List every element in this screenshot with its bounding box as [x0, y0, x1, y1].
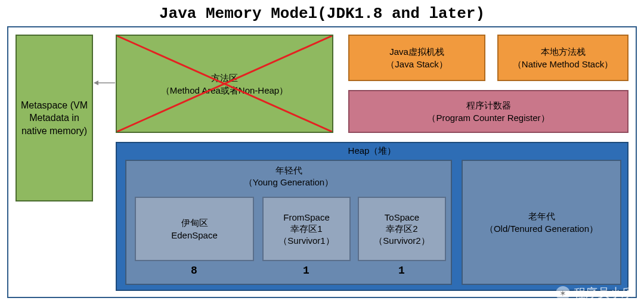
survivor1-box: FromSpace 幸存区1 （Survivor1） — [262, 197, 351, 261]
method-area-line1: 方法区 — [211, 72, 238, 84]
survivor2-box: ToSpace 幸存区2 （Survivor2） — [358, 197, 446, 261]
old-generation-box: 老年代 （Old/Tenured Generation） — [462, 160, 621, 285]
ratio-s2: 1 — [398, 265, 405, 277]
eden-line2: EdenSpace — [171, 229, 218, 241]
eden-line1: 伊甸区 — [181, 216, 208, 229]
survivor1-line3: （Survivor1） — [278, 235, 334, 247]
pc-register-line1: 程序计数器 — [466, 99, 511, 111]
diagram-title: Java Memory Model(JDK1.8 and later) — [0, 0, 644, 26]
survivor2-line1: ToSpace — [385, 212, 419, 224]
native-stack-box: 本地方法栈 （Native Method Stack） — [497, 35, 628, 81]
java-stack-line1: Java虚拟机栈 — [389, 45, 444, 58]
old-gen-line2: （Old/Tenured Generation） — [485, 222, 598, 235]
arrow-method-to-metaspace — [94, 82, 115, 83]
young-gen-line1: 年轻代 — [126, 165, 451, 176]
metaspace-box: Metaspace (VM Metadata in native memory) — [16, 35, 93, 201]
eden-box: 伊甸区 EdenSpace — [135, 197, 254, 261]
wechat-icon: ✶ — [556, 286, 570, 300]
survivor2-line2: 幸存区2 — [386, 223, 417, 235]
young-generation-box: 年轻代 （Young Generation） 伊甸区 EdenSpace Fro… — [125, 160, 452, 285]
java-stack-box: Java虚拟机栈 （Java Stack） — [348, 35, 485, 81]
svg-marker-1 — [94, 80, 98, 85]
young-gen-title: 年轻代 （Young Generation） — [126, 161, 451, 189]
native-stack-line2: （Native Method Stack） — [513, 58, 613, 70]
ratio-eden: 8 — [191, 265, 197, 277]
survivor2-line3: （Survivor2） — [374, 235, 429, 247]
diagram-container: Metaspace (VM Metadata in native memory)… — [7, 26, 637, 298]
ratio-s1: 1 — [303, 265, 309, 277]
old-gen-line1: 老年代 — [528, 210, 555, 222]
watermark-text: 程序员小乐 — [574, 285, 633, 301]
pc-register-box: 程序计数器 （Program Counter Register） — [348, 90, 628, 133]
native-stack-line1: 本地方法栈 — [541, 45, 586, 58]
heap-box: Heap（堆） 年轻代 （Young Generation） 伊甸区 EdenS… — [116, 142, 628, 291]
young-gen-line2: （Young Generation） — [126, 176, 451, 188]
method-area-box: 方法区 （Method Area或者Non-Heap） — [116, 35, 333, 133]
method-area-line2: （Method Area或者Non-Heap） — [161, 84, 288, 97]
metaspace-label: Metaspace (VM Metadata in native memory) — [17, 99, 92, 138]
heap-title: Heap（堆） — [117, 143, 627, 159]
watermark: ✶ 程序员小乐 — [556, 285, 633, 301]
survivor1-line2: 幸存区1 — [290, 223, 322, 235]
survivor1-line1: FromSpace — [283, 212, 330, 224]
pc-register-line2: （Program Counter Register） — [427, 111, 549, 124]
java-stack-line2: （Java Stack） — [386, 58, 447, 70]
